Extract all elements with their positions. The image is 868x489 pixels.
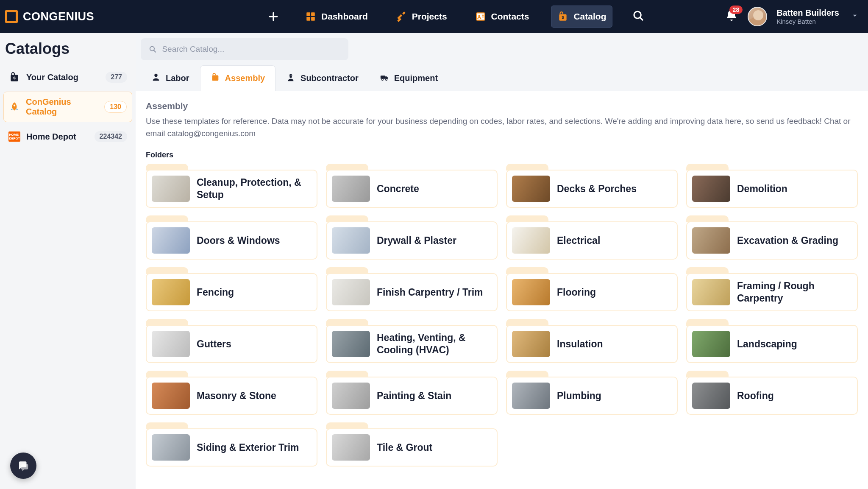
svg-point-18	[154, 74, 157, 77]
svg-point-15	[14, 105, 15, 106]
nav-right-group: 28 Batten Builders Kinsey Batten	[725, 7, 859, 26]
search-icon	[148, 45, 157, 54]
notifications-button[interactable]: 28	[725, 9, 738, 24]
nav-projects-label: Projects	[412, 11, 447, 22]
folder-title: Tile & Grout	[377, 441, 432, 454]
tab-label: Assembly	[225, 73, 265, 83]
folder-title: Finish Carpentry / Trim	[377, 286, 483, 299]
nav-projects[interactable]: Projects	[390, 6, 453, 27]
catalog-tabs: Labor Assembly Subcontractor	[136, 65, 868, 91]
notification-count-badge: 28	[729, 6, 743, 14]
folder-title: Gutters	[197, 338, 231, 350]
rocket-icon	[9, 101, 20, 113]
user-menu-caret[interactable]	[851, 12, 859, 21]
folder-title: Landscaping	[737, 338, 797, 350]
folder-flooring[interactable]: Flooring	[506, 267, 678, 311]
truck-icon	[380, 73, 389, 84]
folder-thumb	[512, 176, 550, 202]
catalog-search-input[interactable]	[162, 45, 341, 54]
tab-assembly[interactable]: Assembly	[200, 65, 276, 91]
folders-heading: Folders	[146, 151, 858, 159]
tab-labor[interactable]: Labor	[141, 65, 200, 91]
svg-point-22	[381, 79, 383, 81]
your-catalog-icon: $	[8, 71, 20, 83]
user-name: Kinsey Batten	[776, 18, 839, 25]
folder-concrete[interactable]: Concrete	[326, 164, 498, 208]
nav-contacts-label: Contacts	[491, 11, 529, 22]
folder-title: Painting & Stain	[377, 390, 451, 402]
folder-plumbing[interactable]: Plumbing	[506, 371, 678, 415]
catalog-search[interactable]	[141, 38, 348, 60]
main-header-area: Labor Assembly Subcontractor	[136, 33, 868, 91]
folder-title: Siding & Exterior Trim	[197, 441, 299, 454]
chat-button[interactable]	[10, 453, 36, 479]
folder-title: Roofing	[737, 390, 774, 402]
tab-subcontractor[interactable]: Subcontractor	[275, 65, 369, 91]
folder-roofing[interactable]: Roofing	[686, 371, 858, 415]
sidebar-item-count: 224342	[95, 131, 127, 142]
folder-thumb	[692, 331, 730, 357]
folder-insulation[interactable]: Insulation	[506, 319, 678, 363]
folder-finish-carpentry-trim[interactable]: Finish Carpentry / Trim	[326, 267, 498, 311]
tools-icon	[396, 11, 407, 22]
nav-catalog[interactable]: $ Catalog	[551, 6, 612, 28]
folder-thumb	[512, 227, 550, 254]
folder-tile-grout[interactable]: Tile & Grout	[326, 422, 498, 467]
chat-icon	[17, 459, 30, 472]
tab-label: Labor	[166, 73, 189, 83]
contacts-icon	[475, 11, 486, 22]
sidebar-item-congenius-catalog[interactable]: ConGenius Catalog 130	[3, 92, 132, 122]
main-panel: Labor Assembly Subcontractor	[136, 33, 868, 489]
folder-siding-exterior-trim[interactable]: Siding & Exterior Trim	[146, 422, 317, 467]
nav-contacts[interactable]: Contacts	[469, 6, 535, 27]
tab-equipment[interactable]: Equipment	[369, 65, 448, 91]
brand-logo[interactable]: CONGENIUS	[4, 9, 94, 24]
folder-thumb	[692, 176, 730, 202]
folder-painting-stain[interactable]: Painting & Stain	[326, 371, 498, 415]
add-button[interactable]	[264, 7, 283, 26]
folder-title: Doors & Windows	[197, 235, 280, 247]
folder-grid: Cleanup, Protection, & Setup Concrete De…	[146, 164, 858, 467]
brand-name: CONGENIUS	[23, 10, 94, 23]
folder-decks-porches[interactable]: Decks & Porches	[506, 164, 678, 208]
svg-point-23	[386, 79, 387, 81]
svg-rect-3	[311, 17, 315, 21]
folder-cleanup-protection-setup[interactable]: Cleanup, Protection, & Setup	[146, 164, 317, 208]
folder-thumb	[152, 279, 190, 305]
folder-excavation-grading[interactable]: Excavation & Grading	[686, 215, 858, 260]
folder-thumb	[332, 434, 370, 461]
folder-thumb	[152, 227, 190, 254]
folder-demolition[interactable]: Demolition	[686, 164, 858, 208]
user-avatar[interactable]	[748, 7, 767, 26]
svg-point-20	[289, 75, 292, 78]
folder-hvac[interactable]: Heating, Venting, & Cooling (HVAC)	[326, 319, 498, 363]
folder-electrical[interactable]: Electrical	[506, 215, 678, 260]
catalog-icon: $	[557, 11, 568, 22]
sidebar-item-home-depot[interactable]: HOMEDEPOT Home Depot 224342	[3, 126, 132, 148]
folder-masonry-stone[interactable]: Masonry & Stone	[146, 371, 317, 415]
folder-gutters[interactable]: Gutters	[146, 319, 317, 363]
folder-thumb	[332, 331, 370, 357]
folder-doors-windows[interactable]: Doors & Windows	[146, 215, 317, 260]
sidebar-item-count: 277	[106, 72, 127, 83]
folder-landscaping[interactable]: Landscaping	[686, 319, 858, 363]
user-menu[interactable]: Batten Builders Kinsey Batten	[776, 8, 839, 25]
primary-nav: Dashboard Projects Contacts $ Catalog	[264, 6, 645, 28]
folder-title: Heating, Venting, & Cooling (HVAC)	[377, 332, 490, 356]
folder-framing-rough-carpentry[interactable]: Framing / Rough Carpentry	[686, 267, 858, 311]
folder-drywall-plaster[interactable]: Drywall & Plaster	[326, 215, 498, 260]
sidebar-title: Catalogs	[3, 37, 132, 66]
folder-title: Flooring	[557, 286, 596, 299]
sidebar-item-your-catalog[interactable]: $ Your Catalog 277	[3, 66, 132, 88]
folder-fencing[interactable]: Fencing	[146, 267, 317, 311]
folder-thumb	[152, 383, 190, 409]
brand-part1: CON	[23, 10, 49, 23]
svg-rect-1	[311, 12, 315, 16]
person-icon	[151, 73, 161, 84]
nav-search-button[interactable]	[632, 9, 645, 24]
svg-rect-0	[306, 12, 310, 16]
section-description: Use these templates for reference. Data …	[146, 115, 858, 140]
nav-dashboard[interactable]: Dashboard	[299, 6, 374, 27]
folder-thumb	[152, 176, 190, 202]
folder-title: Insulation	[557, 338, 603, 350]
